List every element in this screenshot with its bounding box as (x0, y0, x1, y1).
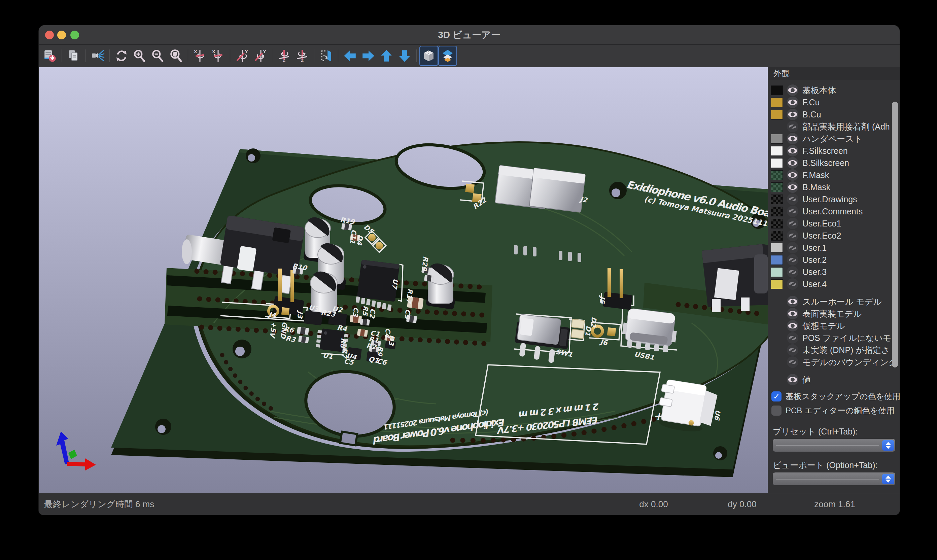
layer-color-swatch[interactable] (771, 194, 783, 204)
model-row-through-hole[interactable]: スルーホール モデル (768, 295, 900, 308)
layer-row-user2[interactable]: User.2 (768, 254, 900, 266)
eye-icon[interactable] (787, 157, 799, 169)
rotate-x-ccw-button[interactable]: X (209, 46, 227, 66)
raytracing-button[interactable] (89, 46, 107, 66)
eye-icon[interactable] (787, 320, 799, 331)
rotate-z-ccw-button[interactable]: Z (293, 46, 311, 66)
eye-slash-icon[interactable] (787, 121, 799, 132)
show-layers-button[interactable] (438, 46, 457, 66)
model-row-virtual[interactable]: 仮想モデル (768, 320, 900, 332)
svg-text:R9: R9 (375, 346, 385, 357)
move-up-button[interactable] (377, 46, 395, 66)
redraw-button[interactable] (112, 46, 131, 66)
layer-row-paste[interactable]: ハンダペースト (768, 132, 900, 145)
eye-slash-icon[interactable] (787, 278, 799, 290)
eye-slash-icon[interactable] (787, 266, 799, 278)
layer-color-swatch[interactable] (771, 207, 783, 216)
rotate-y-ccw-button[interactable]: Y (251, 46, 269, 66)
eye-slash-icon[interactable] (787, 344, 799, 356)
model-row-dnp[interactable]: 未実装 (DNP) が指定さ (768, 344, 900, 356)
layer-row-user-comments[interactable]: User.Comments (768, 205, 900, 217)
layer-row-fcu[interactable]: F.Cu (768, 96, 900, 108)
zoom-in-button[interactable] (131, 46, 149, 66)
layer-color-swatch[interactable] (771, 146, 783, 156)
layer-row-user-eco2[interactable]: User.Eco2 (768, 229, 900, 242)
layer-row-bcu[interactable]: B.Cu (768, 108, 900, 120)
layer-color-swatch[interactable] (771, 231, 783, 241)
eye-slash-icon[interactable] (787, 206, 799, 217)
layer-row-user-eco1[interactable]: User.Eco1 (768, 217, 900, 229)
select-stepper-icon[interactable] (882, 440, 894, 451)
layer-row-user1[interactable]: User.1 (768, 242, 900, 254)
use-pcb-editor-copper-checkbox-row[interactable]: PCB エディターの銅色を使用 (771, 405, 894, 416)
eye-slash-icon[interactable] (787, 356, 799, 368)
value-row[interactable]: 値 (768, 374, 900, 386)
layer-color-swatch[interactable] (771, 279, 783, 289)
eye-slash-icon[interactable] (787, 218, 799, 229)
reload-board-button[interactable] (41, 46, 59, 66)
move-down-button[interactable] (395, 46, 414, 66)
layer-row-bsilk[interactable]: B.Silkscreen (768, 157, 900, 169)
layer-row-board-body[interactable]: 基板本体 (768, 84, 900, 96)
layer-color-swatch[interactable] (771, 110, 783, 120)
eye-icon[interactable] (787, 308, 799, 319)
layer-row-fsilk[interactable]: F.Silkscreen (768, 145, 900, 157)
eye-icon[interactable] (787, 182, 799, 193)
eye-slash-icon[interactable] (787, 194, 799, 205)
title-bar[interactable]: 3D ビューアー (39, 25, 900, 45)
layer-color-swatch[interactable] (771, 98, 783, 107)
eye-icon[interactable] (787, 109, 799, 120)
layer-row-user-drawings[interactable]: User.Drawings (768, 193, 900, 205)
3d-viewport[interactable]: Exidiophone v6.0 Audio Board (c) Tomoya … (39, 67, 768, 493)
zoom-out-button[interactable] (149, 46, 167, 66)
layer-color-swatch[interactable] (771, 255, 783, 265)
layer-color-swatch[interactable] (771, 134, 783, 144)
rotate-y-cw-button[interactable]: Y (233, 46, 251, 66)
layer-row-user4[interactable]: User.4 (768, 278, 900, 290)
layer-row-adhesive[interactable]: 部品実装用接着剤 (Adh (768, 120, 900, 132)
eye-icon[interactable] (787, 97, 799, 108)
rotate-z-cw-button[interactable]: Z (275, 46, 293, 66)
appearance-panel: 外観 基板本体 F.Cu B.Cu 部品実装用接着剤 (Adh ハンダペースト … (768, 67, 900, 493)
eye-slash-icon[interactable] (787, 230, 799, 241)
zoom-to-fit-button[interactable] (167, 46, 185, 66)
use-stackup-colors-checkbox-row[interactable]: 基板スタックアップの色を使用 (771, 391, 900, 402)
layer-row-fmask[interactable]: F.Mask (768, 169, 900, 181)
layer-color-swatch[interactable] (771, 158, 783, 168)
layer-color-swatch[interactable] (771, 86, 783, 95)
preset-select[interactable] (773, 439, 895, 452)
copy-image-button[interactable] (65, 46, 83, 66)
select-stepper-icon[interactable] (882, 474, 894, 484)
layer-label: User.Drawings (802, 194, 857, 204)
viewport-select[interactable] (773, 472, 895, 485)
eye-icon[interactable] (787, 133, 799, 145)
layer-color-swatch[interactable] (771, 243, 783, 253)
eye-icon[interactable] (787, 145, 799, 157)
model-row-smd[interactable]: 表面実装モデル (768, 308, 900, 320)
layer-color-swatch[interactable] (771, 182, 783, 192)
layer-row-bmask[interactable]: B.Mask (768, 181, 900, 193)
eye-slash-icon[interactable] (787, 242, 799, 254)
layer-color-swatch[interactable] (771, 170, 783, 180)
rotate-x-cw-button[interactable]: X (191, 46, 209, 66)
eye-icon[interactable] (787, 296, 799, 307)
layer-color-swatch[interactable] (771, 219, 783, 229)
layer-label: User.2 (802, 255, 826, 265)
model-row-bounding-box[interactable]: モデルのバウンディング (768, 356, 900, 368)
eye-icon[interactable] (787, 85, 799, 96)
orthographic-projection-button[interactable] (419, 46, 438, 66)
checkbox-checked[interactable] (771, 391, 782, 402)
model-row-not-in-pos[interactable]: POS ファイルにないモ (768, 332, 900, 344)
move-right-button[interactable] (359, 46, 377, 66)
eye-icon[interactable] (787, 169, 799, 181)
eye-slash-icon[interactable] (787, 332, 799, 344)
eye-slash-icon[interactable] (787, 254, 799, 266)
scrollbar-thumb[interactable] (892, 102, 898, 368)
move-left-button[interactable] (341, 46, 359, 66)
flip-board-button[interactable] (317, 46, 335, 66)
eye-icon[interactable] (787, 374, 799, 385)
layer-color-swatch[interactable] (771, 267, 783, 277)
checkbox-unchecked[interactable] (771, 406, 782, 415)
layer-row-user3[interactable]: User.3 (768, 266, 900, 278)
layer-color-swatch[interactable] (771, 122, 783, 132)
